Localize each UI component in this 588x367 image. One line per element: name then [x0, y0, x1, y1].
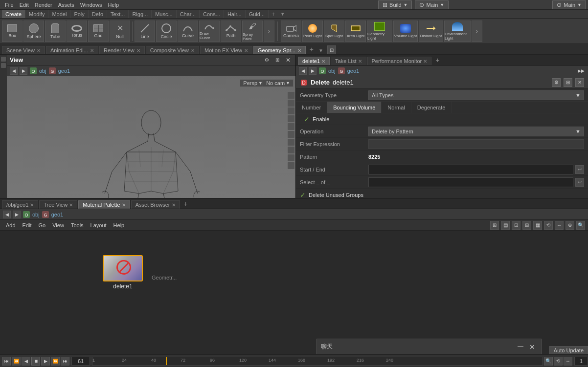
tab-dropdown[interactable]: ▼ [317, 47, 325, 54]
shelf-icon-volume-light[interactable]: Volume Light [393, 21, 418, 42]
shelf-icon-circle[interactable]: Circle [156, 21, 177, 42]
operation-dropdown[interactable]: Delete by Pattern ▼ [368, 127, 584, 136]
viewport-layout-btn[interactable]: ⊞ [273, 56, 282, 65]
shelf-icon-env-light[interactable]: Environment Light [444, 21, 471, 42]
shelf-icon-draw-curve[interactable]: Draw Curve [199, 21, 220, 42]
viewport-close-btn[interactable]: ✕ [284, 56, 293, 65]
vp-breadcrumb-obj[interactable]: obj [39, 68, 46, 74]
right-nav-fwd[interactable]: ▶ [309, 67, 317, 75]
prop-icon-layout[interactable]: ⊞ [564, 78, 572, 87]
ne-menu-layout[interactable]: Layout [88, 222, 110, 228]
ne-menu-edit[interactable]: Edit [20, 222, 35, 228]
tl-frame-start[interactable]: 1 [574, 357, 588, 366]
bottom-tab-close-2[interactable]: ✕ [69, 202, 73, 208]
ne-icon-7[interactable]: ↔ [555, 221, 564, 230]
tab-render-view[interactable]: Render View ✕ [99, 46, 145, 54]
vp-side-icon-3[interactable] [288, 108, 294, 114]
shelf-icon-tube[interactable]: Tube [45, 21, 66, 42]
tl-zoom-btn[interactable]: 🔍 [544, 357, 553, 366]
tab-render-close[interactable]: ✕ [136, 48, 140, 53]
tab-composite-view[interactable]: Composite View ✕ [146, 46, 199, 54]
shelf-tab-musc[interactable]: Musc... [152, 10, 176, 18]
vp-side-icon-6[interactable] [288, 131, 294, 138]
menu-windows[interactable]: Windows [77, 2, 105, 8]
right-tab-delete1[interactable]: delete1 ✕ [298, 57, 330, 65]
subtab-bounding-volume[interactable]: Bounding Volume [327, 102, 382, 113]
shelf-tab-poly[interactable]: Poly [70, 10, 88, 18]
bottom-nav-fwd[interactable]: ▶ [13, 211, 21, 218]
vp-nav-fwd[interactable]: ▶ [20, 67, 27, 75]
shelf-tab-text[interactable]: Text... [107, 10, 129, 18]
shelf-icon-spot-light[interactable]: Spot Light [324, 21, 344, 42]
right-nav-end[interactable]: ▶▶ [577, 67, 585, 75]
shelf-icon-torus[interactable]: Torus [67, 21, 87, 42]
tl-icon-1[interactable]: ⟲ [554, 357, 563, 366]
tab-anim-editor[interactable]: Animation Edi... ✕ [46, 46, 98, 54]
ne-icon-3[interactable]: ⊡ [512, 221, 520, 230]
ne-icon-1[interactable]: ⊞ [490, 221, 499, 230]
shelf-icon-box[interactable]: Box [2, 21, 23, 42]
main-right-widget[interactable]: ⊙ Main ▼ [552, 0, 586, 9]
right-tab-perf-close[interactable]: ✕ [423, 59, 427, 64]
tl-frame-display[interactable]: 61 [71, 357, 90, 366]
ne-menu-tools[interactable]: Tools [68, 222, 87, 228]
subtab-number[interactable]: Number [296, 102, 327, 113]
tl-step-fwd[interactable]: ⏩ [51, 357, 60, 366]
tl-step-back[interactable]: ⏪ [12, 357, 21, 366]
right-breadcrumb-geo[interactable]: geo1 [347, 68, 359, 74]
build-widget[interactable]: ⊞ Build ▼ [378, 0, 412, 9]
ne-search-icon[interactable]: 🔍 [576, 221, 585, 230]
bottom-breadcrumb-geo[interactable]: geo1 [51, 212, 63, 217]
menu-render[interactable]: Render [32, 2, 55, 8]
vp-side-icon-10[interactable] [288, 162, 294, 169]
shelf-icon-camera[interactable]: Camera [281, 21, 301, 42]
tl-stop[interactable]: ⏹ [31, 357, 40, 366]
prop-icon-settings[interactable]: ⚙ [552, 78, 561, 87]
subtab-degenerate[interactable]: Degenerate [411, 102, 452, 113]
menu-help[interactable]: Help [105, 2, 122, 8]
shelf-tab-defo[interactable]: Defo [89, 10, 107, 18]
subtab-normal[interactable]: Normal [382, 102, 411, 113]
tab-add[interactable]: + [307, 44, 317, 54]
tl-to-end[interactable]: ⏭ [61, 357, 69, 366]
right-tab-delete-close[interactable]: ✕ [321, 59, 325, 64]
bottom-tab-asset-browser[interactable]: Asset Browser ✕ [131, 200, 180, 209]
tl-icon-2[interactable]: ↔ [564, 357, 572, 366]
shelf-icon-null[interactable]: ✕ Null [110, 21, 130, 42]
bottom-breadcrumb-obj[interactable]: obj [32, 212, 40, 217]
start-field[interactable] [368, 165, 573, 174]
right-tab-perf-monitor[interactable]: Performance Monitor ✕ [367, 57, 432, 65]
tab-geo-spr[interactable]: Geometry Spr... ✕ [253, 46, 306, 54]
chat-minimize-btn[interactable]: — [516, 343, 525, 351]
shelf-icon-path[interactable]: Path [221, 21, 241, 42]
menu-assets[interactable]: Assets [55, 2, 77, 8]
menu-file[interactable]: File [2, 2, 17, 8]
ne-icon-6[interactable]: ⟲ [544, 221, 553, 230]
vp-side-icon-2[interactable] [288, 100, 294, 107]
ne-icon-5[interactable]: ▦ [533, 221, 542, 230]
shelf-icon-more2[interactable]: › [472, 21, 482, 42]
select-of-field[interactable] [368, 177, 573, 187]
shelf-tab-create[interactable]: Create [2, 10, 25, 18]
end-field-btn[interactable]: ↩ [575, 165, 584, 174]
tab-scene-view[interactable]: Scene View ✕ [2, 46, 45, 54]
auto-update[interactable]: Auto Update [549, 346, 588, 354]
vp-side-icon-7[interactable] [288, 139, 294, 146]
bottom-tab-obj-geo1[interactable]: /obj/geo1 ✕ [2, 200, 38, 209]
tab-scene-close[interactable]: ✕ [37, 48, 41, 53]
shelf-icon-distant-light[interactable]: Distant Light [419, 21, 443, 42]
bottom-tab-tree-view[interactable]: Tree View ✕ [39, 200, 77, 209]
tab-motion-close[interactable]: ✕ [244, 48, 248, 53]
tab-anim-close[interactable]: ✕ [90, 48, 94, 53]
tl-playhead[interactable] [166, 357, 167, 365]
bottom-tab-add[interactable]: + [181, 199, 191, 209]
shelf-icon-more[interactable]: › [264, 21, 274, 42]
shelf-icon-point-light[interactable]: Point Light [302, 21, 323, 42]
ne-menu-go[interactable]: Go [36, 222, 49, 228]
tab-motion-fx[interactable]: Motion FX View ✕ [200, 46, 252, 54]
shelf-tab-modify[interactable]: Modify [25, 10, 48, 18]
ne-icon-8[interactable]: ⊕ [565, 221, 574, 230]
shelf-icon-grid[interactable]: Grid [88, 21, 109, 42]
prop-icon-close[interactable]: ✕ [575, 78, 584, 87]
right-nav-back[interactable]: ◀ [299, 67, 307, 75]
